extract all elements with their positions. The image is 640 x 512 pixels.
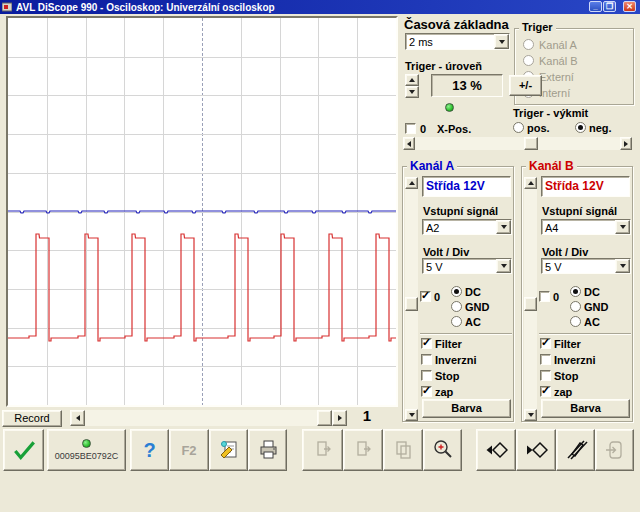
channel-b-zero-checkbox[interactable] — [539, 291, 550, 302]
channel-b-color-button[interactable]: Barva — [541, 399, 630, 418]
check-icon — [11, 437, 37, 463]
channel-a-zap-checkbox[interactable] — [421, 386, 432, 397]
trigger-source-kanal-a-radio[interactable] — [523, 39, 534, 50]
channel-a-ac-radio[interactable] — [451, 316, 462, 327]
channel-b-stop-label: Stop — [554, 370, 578, 382]
trigger-level-down-button[interactable] — [405, 86, 419, 98]
channel-a-input-select[interactable]: A2 — [422, 219, 512, 235]
zoom-button[interactable] — [423, 429, 462, 471]
channel-a-voltdiv-dropdown-button[interactable] — [496, 259, 511, 273]
channel-b-ac-label: AC — [584, 316, 600, 328]
timebase-select[interactable]: 2 ms — [405, 33, 510, 50]
minimize-button[interactable]: _ — [589, 1, 602, 12]
channel-a-dc-radio[interactable] — [451, 286, 462, 297]
channel-b-voltdiv-select[interactable]: 5 V — [541, 258, 631, 274]
trigger-level-up-button[interactable] — [405, 74, 419, 86]
channel-a-zero-label: 0 — [434, 291, 440, 303]
chevron-down-icon — [499, 40, 505, 44]
channel-a-scrollbar-thumb[interactable] — [405, 297, 418, 311]
f2-button[interactable]: F2 — [169, 429, 209, 471]
xpos-scroll-right-button[interactable] — [620, 137, 632, 150]
arrow-right-icon — [338, 415, 342, 421]
channel-b-voltdiv-label: Volt / Div — [542, 246, 588, 258]
channel-b-input-dropdown-button[interactable] — [615, 220, 630, 234]
record-scrollbar-thumb[interactable] — [317, 410, 332, 426]
channel-b-input-select[interactable]: A4 — [541, 219, 631, 235]
channel-a-position-scrollbar[interactable] — [405, 177, 418, 421]
record-button[interactable]: Record — [2, 410, 62, 427]
record-scroll-right-button[interactable] — [332, 410, 347, 426]
xpos-scrollbar[interactable] — [403, 137, 632, 150]
channel-a-ac-label: AC — [465, 316, 481, 328]
channel-b-zap-checkbox[interactable] — [540, 386, 551, 397]
record-scrollbar[interactable] — [70, 410, 347, 426]
arrow-up-icon — [409, 181, 415, 185]
record-scroll-left-button[interactable] — [70, 410, 85, 426]
print-button[interactable] — [248, 429, 287, 471]
minimize-icon: _ — [593, 3, 597, 11]
channel-a-title: Kanál A — [407, 159, 457, 173]
next-marker-button[interactable] — [516, 429, 556, 471]
timebase-dropdown-button[interactable] — [494, 34, 509, 49]
edit-notes-button[interactable] — [209, 429, 248, 471]
diamond-right-icon — [524, 438, 548, 462]
channel-a-name-input[interactable]: Střída 12V — [422, 176, 511, 197]
slope-neg-label: neg. — [589, 122, 612, 134]
confirm-button[interactable] — [3, 429, 44, 471]
channel-b-inverzni-checkbox[interactable] — [540, 354, 551, 365]
channel-b-gnd-radio[interactable] — [570, 301, 581, 312]
app-icon — [2, 2, 12, 12]
channel-b-name-input[interactable]: Střída 12V — [541, 176, 630, 197]
trigger-level-sign-button[interactable]: +/- — [509, 75, 542, 96]
close-button[interactable]: ✕ — [623, 1, 636, 12]
slope-pos-radio[interactable] — [513, 122, 524, 133]
divider — [420, 333, 512, 335]
channel-a-input-value: A2 — [426, 221, 439, 235]
prev-marker-button[interactable] — [476, 429, 516, 471]
maximize-button[interactable]: ❐ — [603, 1, 616, 12]
trigger-source-kanal-b-radio[interactable] — [523, 55, 534, 66]
f2-label: F2 — [181, 443, 196, 458]
channel-b-scroll-up-button[interactable] — [524, 177, 537, 189]
exit-button-disabled[interactable] — [595, 429, 634, 471]
trigger-level-label: Triger - úroveň — [405, 60, 482, 72]
channel-a-filter-label: Filter — [435, 338, 462, 350]
channel-b-dc-label: DC — [584, 286, 600, 298]
channel-b-scroll-down-button[interactable] — [524, 409, 537, 421]
diamond-left-icon — [484, 438, 508, 462]
help-button[interactable]: ? — [130, 429, 169, 471]
channel-b-filter-checkbox[interactable] — [540, 338, 551, 349]
channel-a-scroll-up-button[interactable] — [405, 177, 418, 189]
trigger-level-value: 13 % — [431, 74, 503, 97]
channel-a-input-dropdown-button[interactable] — [496, 220, 511, 234]
channel-a-inverzni-checkbox[interactable] — [421, 354, 432, 365]
channel-a-gnd-radio[interactable] — [451, 301, 462, 312]
channel-b-stop-checkbox[interactable] — [540, 370, 551, 381]
export-curve-1-button-disabled[interactable] — [302, 429, 343, 471]
channel-a-filter-checkbox[interactable] — [421, 338, 432, 349]
channel-a-zero-checkbox[interactable] — [420, 291, 431, 302]
device-status-button[interactable]: 00095BE0792C — [47, 429, 126, 471]
copy-pages-button-disabled[interactable] — [383, 429, 423, 471]
channel-a-scroll-down-button[interactable] — [405, 409, 418, 421]
magnifier-plus-icon — [431, 438, 455, 462]
channel-a-color-button[interactable]: Barva — [422, 399, 511, 418]
slope-neg-radio[interactable] — [575, 122, 586, 133]
xpos-zero-checkbox[interactable] — [405, 123, 416, 134]
status-led-icon — [82, 439, 91, 448]
channel-a-stop-checkbox[interactable] — [421, 370, 432, 381]
close-icon: ✕ — [626, 3, 633, 11]
channel-b-position-scrollbar[interactable] — [524, 177, 537, 421]
channel-b-gnd-label: GND — [584, 301, 608, 313]
channel-a-voltdiv-select[interactable]: 5 V — [422, 258, 512, 274]
toggle-annotation-button[interactable] — [556, 429, 595, 471]
channel-b-ac-radio[interactable] — [570, 316, 581, 327]
channel-b-voltdiv-dropdown-button[interactable] — [615, 259, 630, 273]
channel-b-scrollbar-thumb[interactable] — [524, 297, 537, 311]
xpos-label: X-Pos. — [437, 123, 471, 135]
xpos-scroll-left-button[interactable] — [403, 137, 415, 150]
xpos-scrollbar-thumb[interactable] — [524, 137, 538, 150]
export-curve-2-button-disabled[interactable] — [343, 429, 383, 471]
channel-b-title: Kanál B — [526, 159, 577, 173]
channel-b-dc-radio[interactable] — [570, 286, 581, 297]
